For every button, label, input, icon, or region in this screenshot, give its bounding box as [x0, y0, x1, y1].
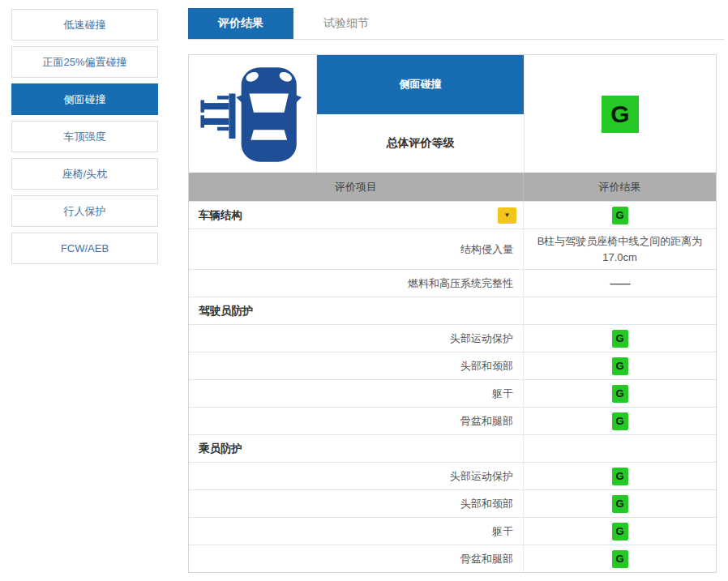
- sidebar-item[interactable]: 低速碰撞: [11, 9, 158, 41]
- crash-illustration-cell: [189, 55, 317, 173]
- sidebar-item[interactable]: 正面25%偏置碰撞: [11, 46, 158, 78]
- chevron-down-icon: ▼: [504, 212, 511, 219]
- rating-badge: G: [612, 385, 628, 403]
- table-body: 车辆结构▼G结构侵入量B柱与驾驶员座椅中线之间的距离为17.0cm燃料和高压系统…: [189, 201, 716, 572]
- row-label: 头部运动保护: [450, 331, 513, 346]
- row-result-cell: B柱与驾驶员座椅中线之间的距离为17.0cm: [524, 229, 716, 269]
- table-row: 头部运动保护G: [189, 462, 716, 489]
- rating-badge: G: [612, 357, 628, 375]
- table-row: 驾驶员防护: [189, 297, 716, 324]
- column-header-result: 评价结果: [524, 173, 716, 201]
- row-label-cell: 结构侵入量: [189, 229, 524, 269]
- row-result-cell: G: [524, 463, 716, 489]
- tab[interactable]: 评价结果: [188, 8, 293, 39]
- table-row: 头部运动保护G: [189, 324, 716, 352]
- sidebar-item[interactable]: 车顶强度: [11, 121, 158, 152]
- row-label-cell: 头部和颈部: [189, 490, 524, 517]
- rating-badge: G: [612, 523, 628, 540]
- rating-badge: G: [612, 550, 628, 568]
- row-result-cell: G: [524, 325, 716, 352]
- tab[interactable]: 试验细节: [293, 8, 399, 39]
- table-row: 燃料和高压系统完整性——: [189, 269, 716, 297]
- table-row: 躯干G: [189, 517, 716, 545]
- sidebar-item[interactable]: 行人保护: [11, 195, 158, 227]
- table-row: 结构侵入量B柱与驾驶员座椅中线之间的距离为17.0cm: [189, 229, 716, 269]
- sidebar: 低速碰撞正面25%偏置碰撞侧面碰撞车顶强度座椅/头枕行人保护FCW/AEB: [11, 9, 158, 270]
- table-header-row: 评价项目 评价结果: [189, 173, 716, 201]
- row-result-cell: G: [524, 352, 716, 379]
- table-row: 头部和颈部G: [189, 352, 716, 379]
- row-result-cell: G: [524, 408, 716, 434]
- table-row: 乘员防护: [189, 434, 716, 462]
- row-label: 驾驶员防护: [199, 304, 254, 318]
- row-label: 燃料和高压系统完整性: [408, 276, 513, 291]
- row-label: 躯干: [492, 524, 513, 539]
- row-label: 乘员防护: [199, 442, 242, 456]
- row-label-cell: 骨盆和腿部: [189, 545, 524, 572]
- row-label: 结构侵入量: [460, 242, 513, 257]
- rating-badge: G: [612, 207, 628, 224]
- sidebar-item[interactable]: 座椅/头枕: [11, 158, 158, 190]
- rating-badge: G: [612, 330, 628, 348]
- row-label: 头部和颈部: [460, 359, 513, 374]
- table-row: 躯干G: [189, 379, 716, 407]
- row-label-cell: 燃料和高压系统完整性: [189, 270, 524, 297]
- overall-rating-label: 总体评价等级: [317, 114, 524, 173]
- sidebar-item[interactable]: FCW/AEB: [11, 233, 158, 264]
- row-label-cell: 躯干: [189, 380, 524, 407]
- row-result-cell: [524, 435, 716, 462]
- table-row: 骨盆和腿部G: [189, 407, 716, 434]
- row-label: 头部和颈部: [460, 497, 513, 511]
- crash-type-banner: 侧面碰撞: [317, 55, 524, 114]
- row-result-cell: G: [524, 545, 716, 572]
- row-label-cell: 头部运动保护: [189, 325, 524, 352]
- table-row: 车辆结构▼G: [189, 201, 716, 229]
- row-result-cell: [524, 297, 716, 324]
- row-label-cell: 躯干: [189, 518, 524, 545]
- row-label: 车辆结构: [199, 208, 242, 223]
- rating-badge: G: [612, 468, 628, 485]
- rating-badge: G: [612, 412, 628, 430]
- overall-rating-cell: G: [524, 55, 716, 173]
- dropdown-button[interactable]: ▼: [498, 207, 516, 224]
- evaluation-table: 侧面碰撞 总体评价等级 G 评价项目 评价结果 车辆结构▼G结构侵入量B柱与驾驶…: [188, 54, 717, 573]
- row-label: 头部运动保护: [450, 469, 513, 484]
- row-label-cell: 骨盆和腿部: [189, 408, 524, 434]
- rating-badge: G: [612, 495, 628, 513]
- row-label-cell: 乘员防护: [189, 435, 524, 462]
- table-row: 骨盆和腿部G: [189, 545, 716, 572]
- page: 低速碰撞正面25%偏置碰撞侧面碰撞车顶强度座椅/头枕行人保护FCW/AEB 评价…: [0, 0, 728, 581]
- row-result-cell: ——: [524, 270, 716, 297]
- row-label-cell: 头部和颈部: [189, 352, 524, 379]
- summary-row: 侧面碰撞 总体评价等级 G: [189, 55, 716, 173]
- row-result-cell: G: [524, 518, 716, 545]
- column-header-item: 评价项目: [189, 173, 524, 201]
- row-label: 骨盆和腿部: [460, 414, 513, 429]
- main-content: 评价结果试验细节: [188, 8, 724, 573]
- row-result-cell: G: [524, 380, 716, 407]
- row-label-cell: 驾驶员防护: [189, 297, 524, 324]
- row-result-cell: G: [524, 202, 716, 229]
- sidebar-item[interactable]: 侧面碰撞: [11, 83, 158, 115]
- overall-rating-badge: G: [602, 96, 639, 133]
- row-label: 躯干: [492, 387, 513, 401]
- tab-bar: 评价结果试验细节: [188, 8, 724, 40]
- row-label: 骨盆和腿部: [460, 552, 513, 566]
- result-text: B柱与驾驶员座椅中线之间的距离为17.0cm: [535, 233, 704, 265]
- row-label-cell: 车辆结构▼: [189, 202, 524, 229]
- summary-mid-cell: 侧面碰撞 总体评价等级: [317, 55, 524, 173]
- side-impact-crash-icon: [195, 62, 310, 167]
- table-row: 头部和颈部G: [189, 489, 716, 517]
- row-label-cell: 头部运动保护: [189, 463, 524, 489]
- row-result-cell: G: [524, 490, 716, 517]
- result-text: ——: [610, 276, 630, 292]
